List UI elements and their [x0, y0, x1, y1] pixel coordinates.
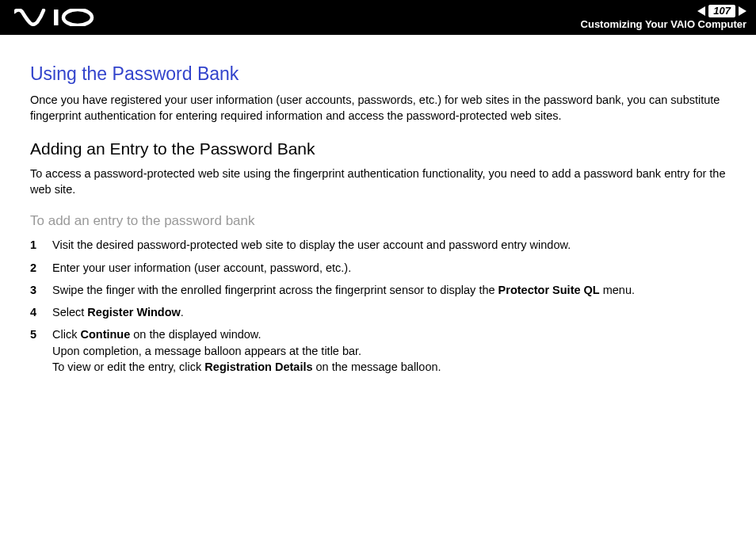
page-number: 107	[708, 5, 735, 17]
list-item: 3 Swipe the finger with the enrolled fin…	[30, 282, 726, 298]
step-number: 1	[30, 237, 52, 253]
step-number: 5	[30, 326, 52, 375]
step-number: 3	[30, 282, 52, 298]
vaio-logo	[14, 9, 95, 26]
page-header: 107 Customizing Your VAIO Computer	[0, 0, 756, 35]
list-item: 1 Visit the desired password-protected w…	[30, 237, 726, 253]
page-content: Using the Password Bank Once you have re…	[0, 35, 756, 375]
svg-rect-0	[54, 10, 59, 25]
list-item: 5 Click Continue on the displayed window…	[30, 326, 726, 375]
procedure-steps: 1 Visit the desired password-protected w…	[30, 237, 726, 375]
step-text: Select Register Window.	[52, 304, 726, 320]
section-label: Customizing Your VAIO Computer	[581, 18, 746, 31]
step-text: Swipe the finger with the enrolled finge…	[52, 282, 726, 298]
page-navigator: 107	[581, 5, 746, 17]
header-right: 107 Customizing Your VAIO Computer	[581, 5, 746, 30]
section-paragraph: To access a password-protected web site …	[30, 166, 726, 197]
section-heading: Adding an Entry to the Password Bank	[30, 139, 726, 158]
list-item: 2 Enter your user information (user acco…	[30, 260, 726, 276]
next-page-arrow-icon[interactable]	[739, 6, 746, 16]
step-number: 4	[30, 304, 52, 320]
step-text: Visit the desired password-protected web…	[52, 237, 726, 253]
step-text: Enter your user information (user accoun…	[52, 260, 726, 276]
page-title: Using the Password Bank	[30, 63, 726, 85]
intro-paragraph: Once you have registered your user infor…	[30, 93, 726, 124]
list-item: 4 Select Register Window.	[30, 304, 726, 320]
procedure-heading: To add an entry to the password bank	[30, 213, 726, 229]
prev-page-arrow-icon[interactable]	[697, 6, 705, 16]
step-text: Click Continue on the displayed window.U…	[52, 326, 726, 375]
svg-point-1	[63, 10, 92, 25]
step-number: 2	[30, 260, 52, 276]
